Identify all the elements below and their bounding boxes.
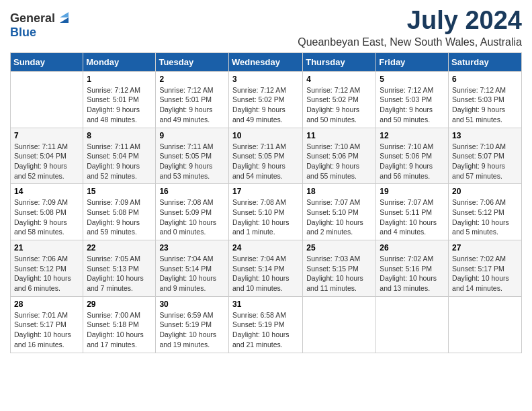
logo-icon <box>56 11 71 26</box>
day-number: 14 <box>14 187 79 196</box>
day-info: Sunrise: 7:00 AMSunset: 5:18 PMDaylight:… <box>87 310 152 350</box>
page-title: July 2024 <box>298 7 522 35</box>
day-number: 29 <box>87 300 152 309</box>
calendar-cell: 27Sunrise: 7:02 AMSunset: 5:17 PMDayligh… <box>449 240 522 297</box>
day-info: Sunrise: 6:58 AMSunset: 5:19 PMDaylight:… <box>232 310 299 350</box>
day-number: 15 <box>87 187 152 196</box>
column-header-saturday: Saturday <box>449 52 522 71</box>
day-number: 9 <box>159 131 225 140</box>
day-info: Sunrise: 7:05 AMSunset: 5:13 PMDaylight:… <box>87 254 152 293</box>
day-number: 22 <box>87 243 152 253</box>
calendar-cell: 21Sunrise: 7:06 AMSunset: 5:12 PMDayligh… <box>11 240 83 297</box>
calendar-cell: 17Sunrise: 7:08 AMSunset: 5:10 PMDayligh… <box>228 184 302 240</box>
day-info: Sunrise: 7:04 AMSunset: 5:14 PMDaylight:… <box>232 254 299 293</box>
column-header-friday: Friday <box>376 52 449 71</box>
day-info: Sunrise: 7:10 AMSunset: 5:06 PMDaylight:… <box>306 142 372 181</box>
svg-marker-0 <box>60 17 69 23</box>
calendar-week-row: 14Sunrise: 7:09 AMSunset: 5:08 PMDayligh… <box>11 184 522 240</box>
calendar-cell: 23Sunrise: 7:04 AMSunset: 5:14 PMDayligh… <box>156 240 229 297</box>
day-info: Sunrise: 7:12 AMSunset: 5:01 PMDaylight:… <box>159 85 225 125</box>
column-header-monday: Monday <box>83 52 156 71</box>
day-number: 18 <box>306 187 372 196</box>
day-number: 4 <box>306 75 372 84</box>
calendar-cell: 8Sunrise: 7:11 AMSunset: 5:04 PMDaylight… <box>83 128 156 184</box>
day-info: Sunrise: 7:09 AMSunset: 5:08 PMDaylight:… <box>14 197 79 237</box>
day-number: 16 <box>159 187 225 196</box>
day-number: 10 <box>232 131 299 140</box>
day-number: 26 <box>380 243 445 253</box>
calendar-week-row: 1Sunrise: 7:12 AMSunset: 5:01 PMDaylight… <box>11 71 522 128</box>
day-info: Sunrise: 7:01 AMSunset: 5:17 PMDaylight:… <box>14 310 79 350</box>
day-number: 6 <box>452 75 518 84</box>
day-number: 27 <box>452 243 518 253</box>
day-info: Sunrise: 7:12 AMSunset: 5:02 PMDaylight:… <box>232 85 299 125</box>
page-subtitle: Queanbeyan East, New South Wales, Austra… <box>298 36 522 48</box>
day-number: 31 <box>232 300 299 309</box>
day-info: Sunrise: 7:12 AMSunset: 5:01 PMDaylight:… <box>87 85 152 125</box>
calendar-cell: 3Sunrise: 7:12 AMSunset: 5:02 PMDaylight… <box>228 71 302 128</box>
title-block: July 2024 Queanbeyan East, New South Wal… <box>298 7 522 48</box>
day-number: 19 <box>380 187 445 196</box>
calendar-cell: 13Sunrise: 7:10 AMSunset: 5:07 PMDayligh… <box>449 128 522 184</box>
day-number: 24 <box>232 243 299 253</box>
calendar-cell: 10Sunrise: 7:11 AMSunset: 5:05 PMDayligh… <box>228 128 302 184</box>
calendar-cell: 1Sunrise: 7:12 AMSunset: 5:01 PMDaylight… <box>83 71 156 128</box>
calendar-header-row: SundayMondayTuesdayWednesdayThursdayFrid… <box>11 52 522 71</box>
day-info: Sunrise: 7:11 AMSunset: 5:05 PMDaylight:… <box>159 142 225 181</box>
calendar-cell: 11Sunrise: 7:10 AMSunset: 5:06 PMDayligh… <box>303 128 376 184</box>
day-info: Sunrise: 7:07 AMSunset: 5:10 PMDaylight:… <box>306 197 372 237</box>
day-number: 30 <box>159 300 225 309</box>
calendar-cell: 26Sunrise: 7:02 AMSunset: 5:16 PMDayligh… <box>376 240 449 297</box>
day-number: 11 <box>306 131 372 140</box>
calendar-cell: 4Sunrise: 7:12 AMSunset: 5:02 PMDaylight… <box>303 71 376 128</box>
calendar-cell: 2Sunrise: 7:12 AMSunset: 5:01 PMDaylight… <box>156 71 229 128</box>
calendar-table: SundayMondayTuesdayWednesdayThursdayFrid… <box>10 52 522 353</box>
header: General Blue July 2024 Queanbeyan East, … <box>10 7 522 48</box>
day-info: Sunrise: 7:03 AMSunset: 5:15 PMDaylight:… <box>306 254 372 293</box>
day-number: 8 <box>87 131 152 140</box>
day-number: 20 <box>452 187 518 196</box>
day-info: Sunrise: 7:11 AMSunset: 5:04 PMDaylight:… <box>87 142 152 181</box>
calendar-week-row: 21Sunrise: 7:06 AMSunset: 5:12 PMDayligh… <box>11 240 522 297</box>
day-info: Sunrise: 7:12 AMSunset: 5:03 PMDaylight:… <box>380 85 445 125</box>
day-number: 12 <box>380 131 445 140</box>
calendar-cell: 20Sunrise: 7:06 AMSunset: 5:12 PMDayligh… <box>449 184 522 240</box>
calendar-cell <box>303 296 376 353</box>
calendar-cell: 29Sunrise: 7:00 AMSunset: 5:18 PMDayligh… <box>83 296 156 353</box>
calendar-cell: 7Sunrise: 7:11 AMSunset: 5:04 PMDaylight… <box>11 128 83 184</box>
calendar-week-row: 7Sunrise: 7:11 AMSunset: 5:04 PMDaylight… <box>11 128 522 184</box>
column-header-tuesday: Tuesday <box>156 52 229 71</box>
calendar-week-row: 28Sunrise: 7:01 AMSunset: 5:17 PMDayligh… <box>11 296 522 353</box>
calendar-cell: 15Sunrise: 7:09 AMSunset: 5:08 PMDayligh… <box>83 184 156 240</box>
day-number: 2 <box>159 75 225 84</box>
calendar-cell: 24Sunrise: 7:04 AMSunset: 5:14 PMDayligh… <box>228 240 302 297</box>
calendar-cell <box>376 296 449 353</box>
day-info: Sunrise: 7:06 AMSunset: 5:12 PMDaylight:… <box>14 254 79 293</box>
calendar-cell: 16Sunrise: 7:08 AMSunset: 5:09 PMDayligh… <box>156 184 229 240</box>
column-header-thursday: Thursday <box>303 52 376 71</box>
day-info: Sunrise: 7:11 AMSunset: 5:05 PMDaylight:… <box>232 142 299 181</box>
calendar-cell: 22Sunrise: 7:05 AMSunset: 5:13 PMDayligh… <box>83 240 156 297</box>
calendar-cell <box>449 296 522 353</box>
day-number: 28 <box>14 300 79 309</box>
day-number: 1 <box>87 75 152 84</box>
day-info: Sunrise: 7:09 AMSunset: 5:08 PMDaylight:… <box>87 197 152 237</box>
day-info: Sunrise: 7:08 AMSunset: 5:10 PMDaylight:… <box>232 197 299 237</box>
logo-general-text: General <box>10 11 55 26</box>
day-number: 25 <box>306 243 372 253</box>
day-info: Sunrise: 7:10 AMSunset: 5:07 PMDaylight:… <box>452 142 518 181</box>
calendar-cell: 6Sunrise: 7:12 AMSunset: 5:03 PMDaylight… <box>449 71 522 128</box>
day-info: Sunrise: 7:12 AMSunset: 5:03 PMDaylight:… <box>452 85 518 125</box>
column-header-sunday: Sunday <box>11 52 83 71</box>
day-number: 7 <box>14 131 79 140</box>
calendar-cell: 25Sunrise: 7:03 AMSunset: 5:15 PMDayligh… <box>303 240 376 297</box>
day-number: 3 <box>232 75 299 84</box>
calendar-cell: 18Sunrise: 7:07 AMSunset: 5:10 PMDayligh… <box>303 184 376 240</box>
day-info: Sunrise: 7:06 AMSunset: 5:12 PMDaylight:… <box>452 197 518 237</box>
day-number: 13 <box>452 131 518 140</box>
day-info: Sunrise: 7:07 AMSunset: 5:11 PMDaylight:… <box>380 197 445 237</box>
calendar-cell: 28Sunrise: 7:01 AMSunset: 5:17 PMDayligh… <box>11 296 83 353</box>
calendar-cell: 14Sunrise: 7:09 AMSunset: 5:08 PMDayligh… <box>11 184 83 240</box>
logo: General Blue <box>10 7 71 40</box>
calendar-cell: 19Sunrise: 7:07 AMSunset: 5:11 PMDayligh… <box>376 184 449 240</box>
